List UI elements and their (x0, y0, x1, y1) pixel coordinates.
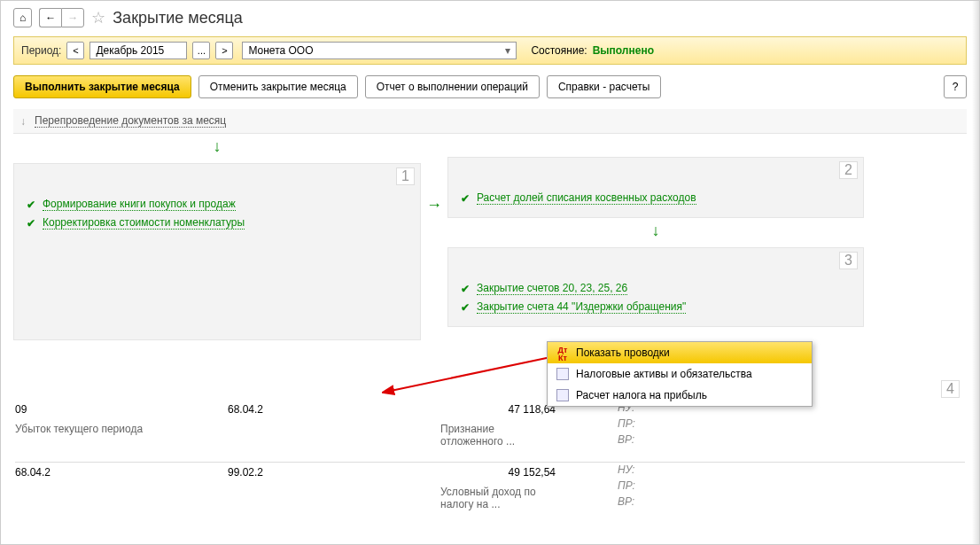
down-arrow-icon: ↓ (20, 115, 26, 128)
step-link-indirect-costs[interactable]: Расчет долей списания косвенных расходов (477, 191, 696, 205)
status-label: Состояние: (531, 44, 587, 57)
home-icon: ⌂ (19, 12, 26, 24)
arrow-right-icon: → (67, 12, 78, 24)
cancel-close-month-button[interactable]: Отменить закрытие месяца (198, 75, 358, 98)
context-tax-assets[interactable]: Налоговые активы и обязательства (548, 363, 812, 385)
repost-documents-link[interactable]: Перепроведение документов за месяц (35, 114, 226, 128)
context-menu: ДтКт Показать проводки Налоговые активы … (547, 341, 813, 407)
tax-labels: НУ: ПР: ВР: (618, 462, 635, 510)
document-icon (556, 389, 569, 401)
references-button[interactable]: Справки - расчеты (547, 75, 661, 98)
dtkt-icon: ДтКт (556, 346, 569, 359)
ledger-preview: 09 68.04.2 47 118,64 Убыток текущего пер… (15, 400, 965, 514)
step-link-close-44[interactable]: Закрытие счета 44 "Издержки обращения" (477, 300, 686, 314)
stage-number-4: 4 (941, 380, 960, 398)
period-next-button[interactable]: > (215, 42, 233, 59)
stage-block-2: 2 ✔ Расчет долей списания косвенных расх… (447, 157, 864, 218)
home-button[interactable]: ⌂ (13, 8, 32, 27)
step-link-close-20-23-25-26[interactable]: Закрытие счетов 20, 23, 25, 26 (477, 282, 627, 295)
period-prev-button[interactable]: < (66, 42, 84, 59)
amount: 47 118,64 (405, 403, 564, 416)
amount: 49 152,54 (405, 466, 564, 479)
check-icon: ✔ (461, 192, 470, 205)
arrow-left-icon: ← (45, 12, 56, 24)
stage-number: 1 (396, 167, 415, 185)
context-show-entries[interactable]: ДтКт Показать проводки (548, 342, 812, 363)
help-button[interactable]: ? (944, 75, 967, 98)
stage-block-3: 3 ✔ Закрытие счетов 20, 23, 25, 26 ✔ Зак… (447, 247, 864, 327)
account-credit: 68.04.2 (228, 403, 405, 416)
step-link-books[interactable]: Формирование книги покупок и продаж (43, 198, 236, 211)
page-title: Закрытие месяца (113, 9, 242, 27)
period-label: Период: (21, 44, 61, 57)
entry-description: Убыток текущего периода (15, 423, 228, 448)
account-debit: 68.04.2 (15, 466, 228, 479)
check-icon: ✔ (27, 199, 35, 211)
check-icon: ✔ (461, 301, 470, 314)
flow-arrow-right-icon: → (426, 196, 442, 214)
status-value: Выполнено (593, 44, 654, 57)
period-input[interactable]: Декабрь 2015 (89, 42, 187, 59)
account-debit: 09 (15, 403, 228, 416)
run-close-month-button[interactable]: Выполнить закрытие месяца (13, 75, 191, 98)
operations-report-button[interactable]: Отчет о выполнении операций (365, 75, 540, 98)
step-link-cost-adjust[interactable]: Корректировка стоимости номенклатуры (43, 216, 245, 230)
stage-number: 3 (839, 252, 858, 269)
check-icon: ✔ (461, 283, 470, 295)
stage-number: 2 (839, 161, 858, 179)
flow-arrow-down-icon: ↓ (13, 134, 421, 160)
svg-line-0 (391, 355, 559, 391)
account-credit: 99.02.2 (228, 466, 405, 479)
check-icon: ✔ (27, 217, 35, 230)
document-icon (556, 368, 569, 380)
stage-block-1: 1 ✔ Формирование книги покупок и продаж … (13, 163, 421, 340)
tax-labels: НУ: ПР: ВР: (618, 400, 635, 448)
context-profit-tax[interactable]: Расчет налога на прибыль (548, 385, 812, 406)
favorite-star-icon[interactable]: ☆ (91, 8, 105, 27)
period-bar: Период: < Декабрь 2015 ... > Монета ООО … (13, 36, 967, 65)
organization-select[interactable]: Монета ООО ▾ (242, 42, 517, 59)
entry-description: Условный доход по налогу на ... (405, 486, 564, 510)
flow-arrow-down-icon: ↓ (447, 218, 864, 244)
back-button[interactable]: ← (39, 8, 61, 27)
dropdown-icon: ▾ (505, 44, 510, 57)
forward-button[interactable]: → (61, 8, 84, 27)
repost-documents-row: ↓ Перепроведение документов за месяц (13, 109, 967, 134)
entry-description: Признание отложенного ... (405, 423, 564, 448)
period-picker-button[interactable]: ... (192, 42, 210, 59)
